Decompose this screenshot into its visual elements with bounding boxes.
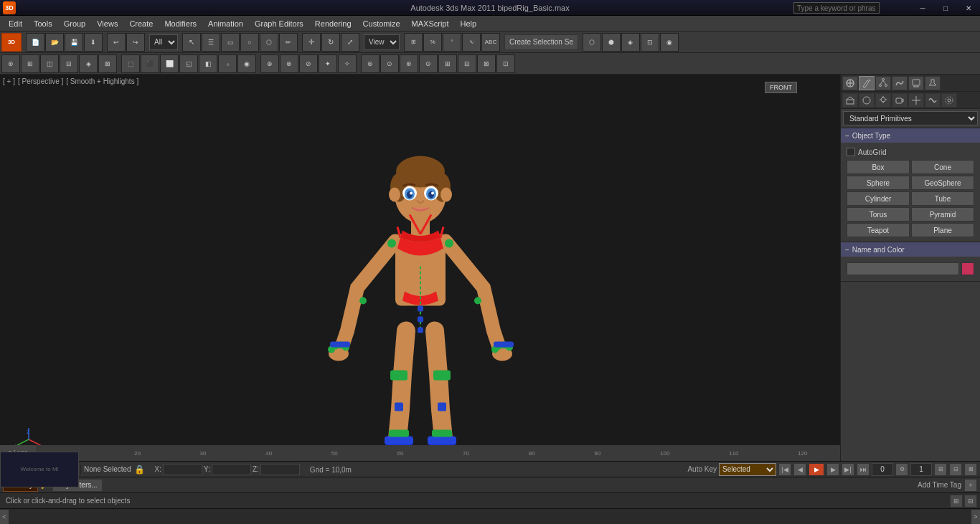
3dsmax-logo-button[interactable]: 3D bbox=[1, 33, 22, 52]
render-btn1[interactable]: ⬡ bbox=[583, 33, 601, 52]
add-time-tag-button[interactable]: + bbox=[964, 479, 977, 492]
tube-button[interactable]: Tube bbox=[911, 191, 974, 206]
tab-hierarchy[interactable] bbox=[875, 76, 891, 90]
view-btn6[interactable]: ⬦ bbox=[218, 54, 237, 73]
coord-btn4[interactable]: ∿ bbox=[462, 33, 481, 52]
fence-select-button[interactable]: ⬡ bbox=[260, 33, 278, 52]
menu-maxscript[interactable]: MAXScript bbox=[406, 18, 455, 29]
menu-customize[interactable]: Customize bbox=[357, 18, 406, 29]
misc-btn6[interactable]: ⊟ bbox=[458, 54, 476, 73]
save-button[interactable]: 💾 bbox=[65, 33, 83, 52]
select-by-name-button[interactable]: ☰ bbox=[202, 33, 220, 52]
modifier-btn2[interactable]: ⊞ bbox=[21, 54, 39, 73]
subtab-spacewarps[interactable] bbox=[925, 93, 941, 108]
subtab-systems[interactable] bbox=[941, 93, 957, 108]
timeline-track[interactable] bbox=[9, 510, 971, 524]
menu-modifiers[interactable]: Modifiers bbox=[159, 18, 202, 29]
x-coord-input[interactable] bbox=[163, 464, 202, 475]
subtab-lights[interactable] bbox=[875, 93, 891, 108]
render-btn5[interactable]: ◉ bbox=[660, 33, 679, 52]
misc-btn8[interactable]: ⊡ bbox=[496, 54, 515, 73]
view-btn7[interactable]: ◉ bbox=[237, 54, 256, 73]
create-selection-button[interactable]: Create Selection Se bbox=[504, 34, 578, 50]
modifier-btn4[interactable]: ⊟ bbox=[60, 54, 78, 73]
status-icon-2[interactable]: ⊟ bbox=[964, 495, 977, 508]
next-frame-button[interactable]: ▶ bbox=[826, 463, 839, 476]
plane-button[interactable]: Plane bbox=[911, 223, 974, 237]
cone-button[interactable]: Cone bbox=[911, 160, 974, 174]
coord-btn1[interactable]: ⊞ bbox=[404, 33, 423, 52]
maximize-button[interactable]: □ bbox=[934, 0, 957, 16]
view-btn1[interactable]: ⬚ bbox=[121, 54, 140, 73]
snap-btn4[interactable]: ✦ bbox=[319, 54, 337, 73]
menu-create[interactable]: Create bbox=[123, 18, 159, 29]
select-object-button[interactable]: ↖ bbox=[182, 33, 201, 52]
import-button[interactable]: ⬇ bbox=[84, 33, 103, 52]
open-button[interactable]: 📂 bbox=[45, 33, 64, 52]
menu-help[interactable]: Help bbox=[455, 18, 483, 29]
subtab-geometry[interactable] bbox=[842, 93, 858, 108]
extra-btn2[interactable]: ⊟ bbox=[949, 463, 962, 476]
snap-btn5[interactable]: ✧ bbox=[338, 54, 357, 73]
pyramid-button[interactable]: Pyramid bbox=[911, 207, 974, 221]
redo-button[interactable]: ↪ bbox=[126, 33, 145, 52]
move-button[interactable]: ✛ bbox=[302, 33, 321, 52]
lasso-select-button[interactable]: ✏ bbox=[279, 33, 298, 52]
status-icon-1[interactable]: ⊞ bbox=[950, 495, 963, 508]
menu-edit[interactable]: Edit bbox=[3, 18, 28, 29]
filter-dropdown[interactable]: All bbox=[149, 34, 178, 50]
timeline-next-btn[interactable]: > bbox=[971, 510, 980, 524]
modifier-btn6[interactable]: ⊠ bbox=[98, 54, 117, 73]
undo-button[interactable]: ↩ bbox=[107, 33, 126, 52]
autogrid-checkbox[interactable] bbox=[847, 148, 855, 156]
tab-create[interactable] bbox=[842, 76, 858, 90]
menu-graph-editors[interactable]: Graph Editors bbox=[249, 18, 309, 29]
primitive-type-dropdown[interactable]: Standard Primitives bbox=[843, 111, 978, 125]
viewport[interactable]: [ + ] [ Perspective ] [ Smooth + Highlig… bbox=[0, 75, 840, 461]
geosphere-button[interactable]: GeoSphere bbox=[911, 176, 974, 190]
go-end-button[interactable]: ▶| bbox=[842, 463, 854, 476]
timeline-prev-btn[interactable]: < bbox=[0, 510, 9, 524]
render-btn3[interactable]: ◈ bbox=[621, 33, 640, 52]
modifier-list-btn[interactable]: ⊛ bbox=[1, 54, 20, 73]
rotate-button[interactable]: ↻ bbox=[321, 33, 340, 52]
extra-btn3[interactable]: ⊠ bbox=[964, 463, 977, 476]
view-btn4[interactable]: ◱ bbox=[179, 54, 198, 73]
misc-btn4[interactable]: ⊝ bbox=[419, 54, 438, 73]
snap-btn2[interactable]: ⊗ bbox=[280, 54, 298, 73]
menu-rendering[interactable]: Rendering bbox=[309, 18, 357, 29]
view-dropdown[interactable]: View bbox=[364, 34, 400, 50]
circle-select-button[interactable]: ○ bbox=[240, 33, 259, 52]
misc-btn2[interactable]: ⊙ bbox=[380, 54, 399, 73]
name-color-header[interactable]: − Name and Color bbox=[841, 242, 980, 257]
z-coord-input[interactable] bbox=[260, 464, 300, 475]
subtab-shapes[interactable] bbox=[859, 93, 875, 108]
search-input[interactable] bbox=[793, 2, 880, 14]
time-input[interactable] bbox=[910, 463, 932, 476]
minimize-button[interactable]: ─ bbox=[911, 0, 934, 16]
new-scene-button[interactable]: 📄 bbox=[26, 33, 44, 52]
view-btn5[interactable]: ◧ bbox=[199, 54, 217, 73]
menu-animation[interactable]: Animation bbox=[202, 18, 249, 29]
color-swatch[interactable] bbox=[961, 262, 974, 275]
subtab-cameras[interactable] bbox=[892, 93, 908, 108]
coord-btn5[interactable]: ABC bbox=[481, 33, 500, 52]
menu-group[interactable]: Group bbox=[58, 18, 92, 29]
object-type-header[interactable]: − Object Type bbox=[841, 128, 980, 143]
misc-btn5[interactable]: ⊞ bbox=[438, 54, 457, 73]
modifier-btn5[interactable]: ◈ bbox=[79, 54, 98, 73]
snap-btn1[interactable]: ⊕ bbox=[260, 54, 279, 73]
rect-select-button[interactable]: ▭ bbox=[221, 33, 240, 52]
cylinder-button[interactable]: Cylinder bbox=[847, 191, 910, 206]
menu-tools[interactable]: Tools bbox=[28, 18, 58, 29]
torus-button[interactable]: Torus bbox=[847, 207, 910, 221]
frame-ruler[interactable]: 10 20 30 40 50 60 70 80 90 100 110 120 bbox=[36, 445, 840, 461]
view-btn3[interactable]: ⬜ bbox=[160, 54, 179, 73]
tab-modify[interactable] bbox=[859, 76, 875, 90]
box-button[interactable]: Box bbox=[847, 160, 910, 174]
tab-utilities[interactable] bbox=[925, 76, 941, 90]
key-filter-btn[interactable]: ⚙ bbox=[895, 463, 908, 476]
render-btn2[interactable]: ⬢ bbox=[602, 33, 621, 52]
teapot-button[interactable]: Teapot bbox=[847, 223, 910, 237]
tab-display[interactable] bbox=[908, 76, 924, 90]
